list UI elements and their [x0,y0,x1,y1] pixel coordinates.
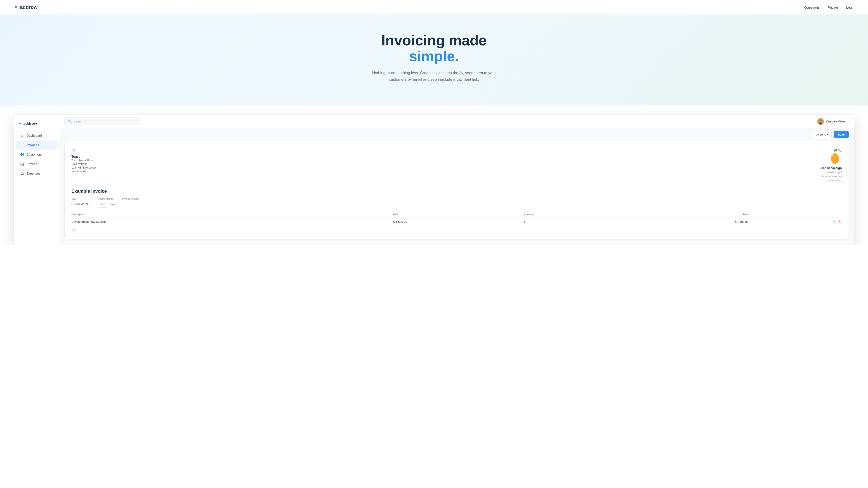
payment-term-spinner[interactable]: 14 ▲ ▼ days [98,201,116,207]
client-country: Netherlands [71,170,96,173]
payment-term-value: 14 ▲ ▼ [98,201,108,207]
svg-point-1 [819,119,822,122]
sidebar-logo-icon: ✦ [18,121,22,126]
svg-point-7 [833,154,834,157]
invoice-area: ✏️ Toast T.a.v. Janine Brood Bakkerstraa… [59,141,854,245]
spinner-down-icon[interactable]: ▼ [104,204,106,206]
toolbar: Actions ▾ Save [59,128,854,141]
hero-section: Invoicing made simple. Nothing more, not… [0,14,868,105]
row-delete-button[interactable]: ✕ [837,220,842,224]
meta-date: Date 08/05/2022 [71,197,91,207]
hero-title: Invoicing made simple. [13,33,855,64]
days-label: days [110,203,115,206]
company-country: Netherlands [829,179,842,182]
date-label: Date [71,197,91,200]
expenses-icon: 🗂 [20,171,24,175]
home-icon: ⌂ [20,133,24,138]
logo[interactable]: ✦ addrow [13,4,37,10]
client-city: 1234 AB Bakkeveen [71,166,96,169]
profiles-icon: 📊 [20,162,24,166]
logo-text: addrow [20,4,37,10]
col-unit: Unit [393,211,524,218]
sidebar-item-customers[interactable]: 👥 Customers [16,150,57,159]
sidebar-label-customers: Customers [26,153,42,156]
invoice-from: ✏️ Toast T.a.v. Janine Brood Bakkerstraa… [71,148,96,173]
sidebar-label-invoices: Invoices [26,143,39,147]
app-header: 🔍 Search... Keegan Miller ▾ [59,115,854,128]
table-row: Development new website € 1.500,00 1 € 1… [71,218,842,226]
hero-title-line2: simple. [409,48,459,64]
meta-payment-term: Payment term 14 ▲ ▼ days [98,197,116,207]
sidebar-label-expenses: Expenses [26,172,40,175]
sidebar-label-profiles: Profiles [26,162,37,166]
client-edit-button[interactable]: ✏️ [71,148,76,153]
spinner-up-icon[interactable]: ▲ [104,202,106,204]
meta-invoice-number: Invoice number - [122,197,139,207]
client-attn: T.a.v. Janine Brood [71,159,96,162]
cell-description: Development new website [71,218,393,226]
user-badge[interactable]: Keegan Miller ▾ [817,118,849,125]
search-icon: 🔍 [68,120,72,123]
client-name: Toast [71,155,96,158]
user-name: Keegan Miller [826,120,845,123]
actions-button[interactable]: Actions ▾ [813,131,832,138]
sidebar-item-expenses[interactable]: 🗂 Expenses [16,169,57,178]
chevron-down-icon: ▾ [847,120,849,123]
hero-title-line1: Invoicing made [381,32,487,48]
company-logo-area: ✏️ Pear webdesign [819,148,842,182]
add-row-button[interactable]: + [71,228,76,232]
user-avatar [817,118,824,125]
payment-term-label: Payment term [98,197,116,200]
col-description: Description [71,211,393,218]
sidebar-label-dashboard: Dashboard [26,134,42,137]
main-content: 🔍 Search... Keegan Miller ▾ Actions [59,115,854,245]
logo-icon: ✦ [13,4,18,10]
nav-questions[interactable]: Questions [804,5,819,9]
top-nav: ✦ addrow Questions Pricing Login [0,0,868,14]
invoice-icon: 📄 [20,143,24,147]
sidebar-item-dashboard[interactable]: ⌂ Dashboard [16,131,57,140]
hero-subtitle: Nothing more, nothing less. Create invoi… [371,70,497,83]
sidebar-item-invoices[interactable]: 📄 Invoices [16,140,57,150]
cell-price: € 1.500,00 [618,218,749,226]
client-street: Bakkerstraat 1 [71,162,96,166]
search-placeholder: Search... [73,120,86,123]
nav-pricing[interactable]: Pricing [828,5,838,9]
search-bar[interactable]: 🔍 Search... [64,118,141,125]
invoice-card: ✏️ Toast T.a.v. Janine Brood Bakkerstraa… [64,141,849,239]
spinner-arrows: ▲ ▼ [104,202,106,206]
sidebar-logo-text: addrow [23,121,37,126]
date-value[interactable]: 08/05/2022 [71,201,91,207]
nav-links: Questions Pricing Login [804,5,855,9]
company-name: Pear webdesign [819,166,842,170]
app-preview: ✦ addrow ⌂ Dashboard 📄 Invoices 👥 Custom… [13,115,855,245]
save-button[interactable]: Save [834,131,849,138]
sidebar-logo: ✦ addrow [14,119,59,131]
meta-fields: Date 08/05/2022 Payment term 14 ▲ ▼ [71,197,842,207]
invoice-number-value: - [122,201,139,204]
cell-quantity: 1 [524,218,618,226]
sidebar-item-profiles[interactable]: 📊 Profiles [16,160,57,168]
logo-edit-button[interactable]: ✏️ [837,148,842,153]
col-quantity: Quantity [524,211,618,218]
actions-chevron-icon: ▾ [827,133,828,136]
cell-unit: € 1.500,00 [393,218,524,226]
row-confirm-button[interactable]: ✓ [832,220,836,224]
col-price: Price [618,211,749,218]
invoice-table: Description Unit Quantity Price Developm… [71,211,842,226]
customers-icon: 👥 [20,153,24,157]
company-line2: 1234 AB Amsterdam [819,175,842,178]
invoice-number-label: Invoice number [122,197,139,200]
sidebar-nav: ⌂ Dashboard 📄 Invoices 👥 Customers 📊 Pro… [14,131,59,178]
nav-login[interactable]: Login [846,5,855,9]
company-line1: Infinite loop 3 [827,171,842,174]
invoice-header: ✏️ Toast T.a.v. Janine Brood Bakkerstraa… [71,148,842,182]
invoice-title: Example invoice [71,189,842,194]
actions-label: Actions [816,133,826,136]
sidebar: ✦ addrow ⌂ Dashboard 📄 Invoices 👥 Custom… [14,115,59,245]
